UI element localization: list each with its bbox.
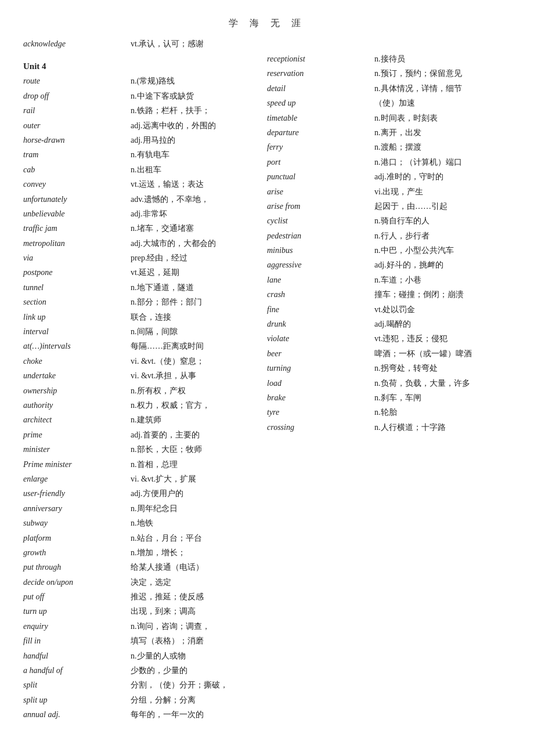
word-left-29: anniversary (23, 502, 131, 515)
list-item: traffic jamn.堵车，交通堵塞 (23, 222, 267, 235)
def-right-21: n.拐弯处，转弯处 (374, 362, 511, 375)
list-item: split up分组，分解；分离 (23, 694, 267, 707)
def-right-8: adj.准时的，守时的 (374, 171, 511, 183)
list-item: cyclistn.骑自行车的人 (267, 215, 511, 227)
word-left-14: tunnel (23, 281, 131, 294)
word-left-19: choke (23, 355, 131, 368)
list-item: link up联合，连接 (23, 311, 267, 324)
def-left-3: adj.远离中收的，外围的 (131, 120, 267, 132)
def-right-23: n.刹车，车闸 (374, 392, 511, 404)
def-right-16: 撞车；碰撞；倒闭；崩溃 (374, 288, 511, 301)
list-item: departuren.离开，出发 (267, 126, 511, 139)
def-left-8: adv.遗憾的，不幸地， (131, 193, 267, 206)
word-left-41: split (23, 679, 131, 692)
word-right-0: receptionist (267, 53, 374, 66)
list-item: pedestriann.行人，步行者 (267, 230, 511, 243)
list-item: handfuln.少量的人或物 (23, 650, 267, 663)
list-item: enlargevi. &vt.扩大，扩展 (23, 473, 267, 486)
list-item: split分割，（使）分开；撕破， (23, 679, 267, 692)
word-left-43: annual adj. (23, 708, 131, 721)
list-item: ministern.部长，大臣；牧师 (23, 443, 267, 456)
list-item: loadn.负荷，负载，大量，许多 (267, 377, 511, 390)
word-right-11: cyclist (267, 215, 374, 227)
list-item: violatevt.违犯，违反；侵犯 (267, 332, 511, 345)
word-right-13: minibus (267, 244, 374, 257)
def-left-26: n.首相，总理 (131, 458, 267, 471)
list-item: authorityn.权力，权威；官方， (23, 399, 267, 412)
list-item: drunkadj.喝醉的 (267, 318, 511, 331)
word-right-24: tyre (267, 406, 374, 419)
def-left-5: n.有轨电车 (131, 149, 267, 161)
def-left-15: n.部分；部件；部门 (131, 296, 267, 309)
list-item: receptionistn.接待员 (267, 53, 511, 66)
list-item: crossingn.人行横道；十字路 (267, 421, 511, 434)
word-left-28: user-friendly (23, 487, 131, 500)
def-right-12: n.行人，步行者 (374, 230, 511, 243)
list-item: postponevt.延迟，延期 (23, 266, 267, 279)
def-right-15: n.车道；小巷 (374, 274, 511, 287)
def-right-7: n.港口；（计算机）端口 (374, 156, 511, 169)
def-right-9: vi.出现，产生 (374, 186, 511, 198)
list-item: user-friendlyadj.方便用户的 (23, 487, 267, 500)
def-right-22: n.负荷，负载，大量，许多 (374, 377, 511, 390)
def-left-16: 联合，连接 (131, 311, 267, 324)
word-right-14: aggressive (267, 259, 374, 272)
word-right-3: speed up (267, 97, 374, 110)
word-right-7: port (267, 156, 374, 169)
list-item: speed up（使）加速 (267, 97, 511, 110)
def-right-25: n.人行横道；十字路 (374, 421, 511, 434)
page-title: 学 海 无 涯 (23, 17, 511, 30)
word-left-18: at(…)intervals (23, 340, 131, 353)
def-left-30: n.地铁 (131, 517, 267, 530)
word-left-13: postpone (23, 266, 131, 279)
list-item: turningn.拐弯处，转弯处 (267, 362, 511, 375)
word-left-7: convey (23, 178, 131, 191)
list-item: braken.刹车，车闸 (267, 392, 511, 404)
word-right-16: crash (267, 288, 374, 301)
list-item: a handful of少数的，少量的 (23, 664, 267, 677)
word-left-15: section (23, 296, 131, 309)
def-right-3: （使）加速 (374, 97, 511, 110)
list-item: architectn.建筑师 (23, 414, 267, 426)
def-left-34: 决定，选定 (131, 576, 267, 589)
word-left-23: architect (23, 414, 131, 426)
word-left-35: put off (23, 591, 131, 603)
word-right-15: lane (267, 274, 374, 287)
list-item: ownershipn.所有权，产权 (23, 385, 267, 397)
list-item: viaprep.经由，经过 (23, 252, 267, 265)
list-item: sectionn.部分；部件；部门 (23, 296, 267, 309)
def-left-37: n.询问，咨询；调查， (131, 620, 267, 633)
def-right-13: n.中巴，小型公共汽车 (374, 244, 511, 257)
def-left-20: vi. &vt.承担，从事 (131, 370, 267, 382)
word-left-25: minister (23, 443, 131, 456)
list-item: conveyvt.运送，输送；表达 (23, 178, 267, 191)
word-left-12: via (23, 252, 131, 265)
list-item: timetablen.时间表，时刻表 (267, 112, 511, 125)
word-left-30: subway (23, 517, 131, 530)
word-left-31: platform (23, 532, 131, 545)
def-left-29: n.周年纪念日 (131, 502, 267, 515)
list-item: growthn.增加，增长； (23, 547, 267, 559)
def-left-6: n.出租车 (131, 164, 267, 176)
word-left-10: traffic jam (23, 222, 131, 235)
word-left-36: turn up (23, 605, 131, 618)
def-right-14: adj.好斗的，挑衅的 (374, 259, 511, 272)
word-left-9: unbelievable (23, 208, 131, 220)
word-left-11: metropolitan (23, 237, 131, 250)
def-left-1: n.中途下客或缺货 (131, 90, 267, 103)
list-item: unbelievableadj.非常坏 (23, 208, 267, 220)
def-right-17: vt.处以罚金 (374, 303, 511, 316)
list-item: intervaln.间隔，间隙 (23, 325, 267, 338)
list-item: outeradj.远离中收的，外围的 (23, 120, 267, 132)
word-left-20: undertake (23, 370, 131, 382)
list-item: tramn.有轨电车 (23, 149, 267, 161)
word-right-9: arise (267, 186, 374, 198)
word-left-2: rail (23, 104, 131, 117)
list-item: platformn.站台，月台；平台 (23, 532, 267, 545)
word-left-37: enquiry (23, 620, 131, 633)
word-right-22: load (267, 377, 374, 390)
def-right-5: n.离开，出发 (374, 126, 511, 139)
def-right-6: n.渡船；摆渡 (374, 141, 511, 154)
list-item: enquiryn.询问，咨询；调查， (23, 620, 267, 633)
word-right-5: departure (267, 126, 374, 139)
